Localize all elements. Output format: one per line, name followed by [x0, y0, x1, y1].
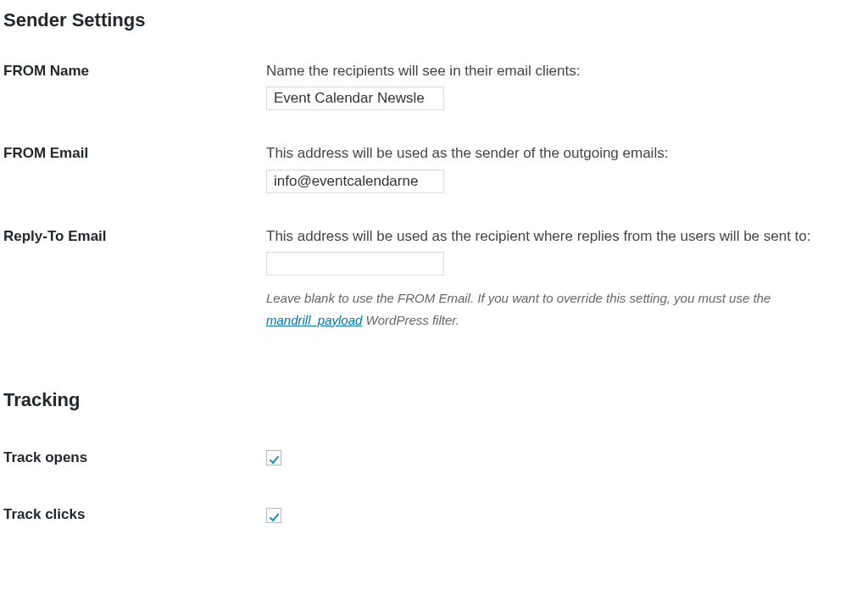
tracking-table: Track opens Track clicks [3, 430, 856, 544]
track-opens-row: Track opens [3, 430, 856, 487]
from-name-label: FROM Name [3, 45, 266, 128]
reply-to-cell: This address will be used as the recipie… [266, 210, 856, 348]
from-email-row: FROM Email This address will be used as … [3, 127, 856, 210]
reply-to-description: This address will be used as the recipie… [266, 226, 848, 248]
reply-to-help: Leave blank to use the FROM Email. If yo… [266, 287, 848, 331]
track-clicks-label: Track clicks [3, 487, 266, 544]
track-clicks-checkbox[interactable] [266, 508, 281, 523]
track-opens-label: Track opens [3, 430, 266, 487]
mandrill-payload-link[interactable]: mandrill_payload [266, 313, 362, 327]
from-email-cell: This address will be used as the sender … [266, 127, 856, 210]
reply-to-help-prefix: Leave blank to use the FROM Email. If yo… [266, 291, 771, 305]
track-opens-cell [266, 430, 856, 487]
tracking-heading: Tracking [3, 388, 856, 413]
from-name-cell: Name the recipients will see in their em… [266, 45, 856, 128]
from-email-label: FROM Email [3, 127, 266, 210]
from-name-input[interactable] [266, 86, 444, 110]
from-email-description: This address will be used as the sender … [266, 142, 848, 164]
from-email-input[interactable] [266, 170, 444, 193]
track-clicks-row: Track clicks [3, 487, 856, 544]
reply-to-label: Reply-To Email [3, 210, 266, 348]
settings-wrap: Sender Settings FROM Name Name the recip… [0, 0, 868, 544]
sender-settings-heading: Sender Settings [3, 8, 856, 33]
track-opens-checkbox[interactable] [266, 450, 281, 465]
reply-to-input[interactable] [266, 252, 444, 276]
reply-to-row: Reply-To Email This address will be used… [3, 210, 856, 348]
sender-settings-table: FROM Name Name the recipients will see i… [3, 45, 856, 348]
from-name-description: Name the recipients will see in their em… [266, 60, 848, 82]
reply-to-help-suffix: WordPress filter. [362, 313, 459, 327]
from-name-row: FROM Name Name the recipients will see i… [3, 45, 856, 128]
track-clicks-cell [266, 487, 856, 544]
